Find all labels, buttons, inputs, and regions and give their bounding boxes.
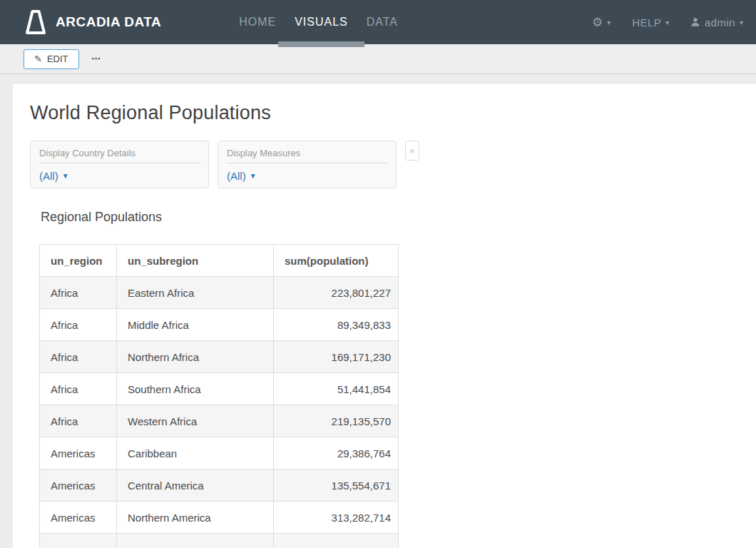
column-header[interactable]: un_subregion [117,245,274,277]
user-menu[interactable]: admin ▾ [690,16,743,29]
action-toolbar: ✎ EDIT ▪▪▪ [0,44,756,74]
chevron-down-icon: ▾ [607,19,611,26]
tab-data[interactable]: DATA [357,0,407,44]
filter-measures: Display Measures (All) ▼ [218,141,397,188]
settings-menu[interactable]: ⚙ ▾ [592,16,611,29]
table-row: AfricaWestern Africa219,135,570 [40,405,399,437]
top-navbar: ARCADIA DATA HOME VISUALS DATA ⚙ ▾ HELP … [0,0,756,44]
table-cell: 223,801,227 [274,277,399,309]
table-cell: Africa [40,277,117,309]
table-row: AfricaEastern Africa223,801,227 [40,277,399,309]
table-row: AfricaMiddle Africa89,349,833 [40,309,399,341]
visual-title: Regional Populations [39,210,739,225]
table-cell: Western Africa [117,405,274,437]
table-cell: 29,386,764 [274,437,399,470]
more-menu-button[interactable]: ▪▪▪ [92,56,101,62]
collapse-filters-button[interactable]: « [405,141,419,161]
tab-home[interactable]: HOME [230,0,285,44]
brand-logo[interactable]: ARCADIA DATA [26,10,161,34]
table-cell: Americas [40,502,117,534]
navbar-right: ⚙ ▾ HELP ▾ admin ▾ [571,16,743,29]
table-cell: Southern Africa [117,373,274,405]
table-cell: 219,135,570 [274,405,399,437]
table-cell: 313,282,714 [274,502,399,534]
table-cell: Central America [117,470,274,502]
brand-name: ARCADIA DATA [56,14,161,30]
page-title: World Regional Populations [30,102,739,124]
tab-visuals[interactable]: VISUALS [285,0,357,44]
table-cell: Northern Africa [117,341,274,373]
chevron-down-icon: ▾ [665,19,669,26]
table-cell: 51,441,854 [274,373,399,405]
table-cell: Caribbean [117,437,274,470]
username: admin [705,16,735,29]
table-cell: 169,171,230 [274,341,399,373]
column-header[interactable]: sum(population) [274,245,399,277]
arcadia-logo-icon [26,10,46,34]
table-row: AfricaSouthern Africa51,441,854 [40,373,399,405]
chevron-down-icon: ▾ [740,19,743,26]
table-body: AfricaEastern Africa223,801,227AfricaMid… [40,277,399,548]
filter-value-dropdown[interactable]: (All) ▼ [227,170,257,182]
table-row: AmericasCaribbean29,386,764 [40,437,399,470]
table-cell: Eastern Africa [117,277,274,309]
table-cell: Americas [40,470,117,502]
table-cell: Africa [40,405,117,437]
active-tab-underline [278,41,364,47]
table-cell: Middle Africa [117,309,274,341]
table-row-partial [40,534,399,548]
table-cell [40,534,117,548]
gear-icon: ⚙ [592,16,603,29]
table-cell: Africa [40,373,117,405]
filter-value-dropdown[interactable]: (All) ▼ [39,170,69,182]
filter-label: Display Measures [226,141,388,163]
caret-down-icon: ▼ [250,172,257,180]
edit-button[interactable]: ✎ EDIT [24,49,79,69]
help-menu[interactable]: HELP ▾ [632,16,669,29]
regional-populations-table: un_regionun_subregionsum(population) Afr… [39,244,399,548]
dashboard-card: World Regional Populations Display Count… [13,84,756,548]
caret-down-icon: ▼ [62,172,69,180]
table-cell: Americas [40,437,117,470]
table-cell: 89,349,833 [274,309,399,341]
table-cell [274,534,399,548]
table-row: AmericasCentral America135,554,671 [40,470,399,502]
table-header-row: un_regionun_subregionsum(population) [40,245,399,277]
filter-country-details: Display Country Details (All) ▼ [30,141,209,188]
column-header[interactable]: un_region [40,245,117,277]
table-cell: Northern America [117,502,274,534]
table-cell: Africa [40,309,117,341]
filters-row: Display Country Details (All) ▼ Display … [30,141,739,188]
table-cell: Africa [40,341,117,373]
table-cell [117,534,274,548]
filter-label: Display Country Details [39,141,200,163]
user-icon [690,17,700,27]
main-nav: HOME VISUALS DATA [230,0,407,44]
pencil-icon: ✎ [34,54,42,64]
table-row: AfricaNorthern Africa169,171,230 [40,341,399,373]
table-row: AmericasNorthern America313,282,714 [40,502,399,534]
table-cell: 135,554,671 [274,470,399,502]
table-visual: Regional Populations un_regionun_subregi… [39,210,739,548]
